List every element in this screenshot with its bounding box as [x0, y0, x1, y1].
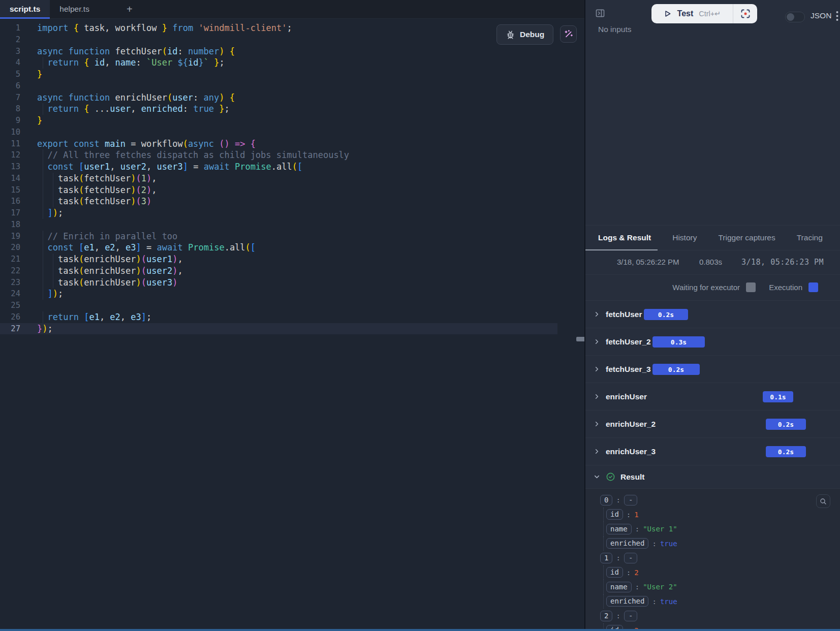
indent-guide [53, 173, 53, 184]
timeline-row-enrichUser_2[interactable]: enrichUser_20.2s [585, 411, 840, 438]
json-key-pill[interactable]: id [606, 567, 623, 578]
json-value: 1 [634, 511, 638, 519]
execution-bar[interactable]: 0.2s [766, 419, 806, 430]
chevron-down-icon[interactable] [593, 473, 601, 481]
timeline-row-enrichUser_3[interactable]: enrichUser_30.2s [585, 438, 840, 465]
timeline-row-fetchUser_2[interactable]: fetchUser_20.3s [585, 328, 840, 356]
tab-logs-result[interactable]: Logs & Result [598, 233, 651, 242]
code-line[interactable]: 7async function enrichUser(user: any) { [0, 92, 557, 104]
code-line[interactable]: 4 return { id, name: `User ${id}` }; [0, 57, 557, 69]
line-number: 24 [0, 288, 20, 300]
execution-bar[interactable]: 0.2s [644, 309, 688, 320]
test-watch-button[interactable] [733, 4, 757, 23]
indent-guide [53, 265, 53, 277]
ai-assistant-button[interactable] [560, 25, 577, 43]
code-line-content: const [e1, e2, e3] = await Promise.all([ [37, 242, 256, 254]
json-value: true [660, 597, 677, 606]
timeline-row-fetchUser[interactable]: fetchUser0.2s [585, 301, 840, 328]
no-inputs-label: No inputs [598, 25, 631, 34]
json-key-pill[interactable]: enriched [606, 596, 648, 607]
execution-bar[interactable]: 0.1s [763, 391, 793, 402]
json-key-pill[interactable]: id [606, 509, 623, 520]
code-line[interactable]: 22 task(enrichUser)(user2), [0, 265, 557, 277]
json-key-pill[interactable]: enriched [606, 538, 648, 549]
collapse-panel-icon[interactable] [595, 8, 605, 18]
chevron-right-icon[interactable] [593, 365, 601, 373]
editor-tab-script-ts[interactable]: script.ts [0, 0, 50, 18]
code-line[interactable]: 1import { task, workflow } from 'windmil… [0, 22, 557, 34]
code-line[interactable]: 18 [0, 219, 557, 231]
code-line-content: async function fetchUser(id: number) { [37, 46, 235, 57]
tab-history[interactable]: History [672, 233, 697, 242]
json-key-pill[interactable]: name [606, 582, 632, 592]
code-line[interactable]: 11export const main = workflow(async () … [0, 138, 557, 150]
code-line[interactable]: 5} [0, 69, 557, 80]
json-key-pill[interactable]: name [606, 524, 632, 534]
code-line[interactable]: 16 task(fetchUser)(3) [0, 196, 557, 207]
timeline-row-enrichUser[interactable]: enrichUser0.1s [585, 383, 840, 411]
code-line[interactable]: 14 task(fetchUser)(1), [0, 173, 557, 184]
chevron-right-icon[interactable] [593, 420, 601, 428]
chevron-right-icon[interactable] [593, 338, 601, 345]
line-number: 8 [0, 103, 20, 115]
execution-bar[interactable]: 0.3s [652, 336, 705, 348]
code-line[interactable]: 21 task(enrichUser)(user1), [0, 254, 557, 265]
code-line[interactable]: 6 [0, 80, 557, 92]
line-number: 1 [0, 22, 20, 34]
json-key-pill[interactable]: 1 [600, 553, 612, 563]
code-line[interactable]: 19 // Enrich in parallel too [0, 231, 557, 242]
json-colon: : [635, 583, 639, 591]
debug-button[interactable]: Debug [496, 24, 553, 45]
indent-guide [43, 231, 43, 242]
json-collapse-pill[interactable]: - [624, 553, 637, 563]
json-colon: : [627, 569, 631, 577]
code-line[interactable]: 24 ]); [0, 288, 557, 300]
json-key-pill[interactable]: 0 [600, 495, 612, 506]
json-collapse-pill[interactable]: - [624, 611, 637, 621]
json-row: id:3 [585, 623, 840, 629]
code-line[interactable]: 26 return [e1, e2, e3]; [0, 311, 557, 323]
result-header-row[interactable]: Result [585, 465, 840, 489]
code-line[interactable]: 10 [0, 127, 557, 138]
test-run-main[interactable]: Test Ctrl+↵ [651, 4, 733, 23]
line-number: 26 [0, 311, 20, 323]
code-line[interactable]: 27}); [0, 323, 557, 335]
timeline-row-fetchUser_3[interactable]: fetchUser_30.2s [585, 356, 840, 383]
code-line[interactable]: 20 const [e1, e2, e3] = await Promise.al… [0, 242, 557, 254]
new-tab-button[interactable]: + [120, 0, 139, 18]
tab-tracing[interactable]: Tracing [797, 233, 823, 242]
code-line[interactable]: 8 return { ...user, enriched: true }; [0, 103, 557, 115]
code-line[interactable]: 23 task(enrichUser)(user3) [0, 277, 557, 289]
line-number: 16 [0, 196, 20, 207]
json-toggle[interactable] [785, 12, 805, 22]
editor-tab-helper-ts[interactable]: helper.ts [50, 0, 99, 18]
json-colon: : [635, 525, 639, 533]
code-line[interactable]: 12 // All three fetches dispatch as chil… [0, 149, 557, 161]
json-key-pill[interactable]: 2 [600, 611, 612, 621]
tab-trigger-captures[interactable]: Trigger captures [718, 233, 775, 242]
code-line[interactable]: 3async function fetchUser(id: number) { [0, 46, 557, 57]
json-collapse-pill[interactable]: - [624, 495, 637, 506]
line-number: 3 [0, 46, 20, 57]
json-key-pill[interactable]: id [606, 625, 623, 629]
code-line-content: async function enrichUser(user: any) { [37, 92, 235, 104]
test-run-button[interactable]: Test Ctrl+↵ [651, 4, 757, 23]
indent-guide [53, 277, 53, 289]
kebab-menu-icon[interactable] [836, 11, 838, 21]
code-line[interactable]: 15 task(fetchUser)(2), [0, 184, 557, 196]
code-line[interactable]: 17 ]); [0, 207, 557, 219]
execution-bar[interactable]: 0.2s [652, 364, 700, 375]
code-line[interactable]: 9} [0, 115, 557, 127]
json-colon: : [652, 597, 656, 606]
chevron-right-icon[interactable] [593, 310, 601, 318]
execution-bar[interactable]: 0.2s [766, 446, 806, 457]
code-line[interactable]: 2 [0, 34, 557, 46]
code-line[interactable]: 25 [0, 300, 557, 311]
code-line[interactable]: 13 const [user1, user2, user3] = await P… [0, 161, 557, 173]
code-area[interactable]: 1import { task, workflow } from 'windmil… [0, 18, 584, 629]
chevron-right-icon[interactable] [593, 448, 601, 455]
json-row: id:1 [585, 508, 840, 522]
json-row: 0:- [585, 493, 840, 508]
chevron-right-icon[interactable] [593, 393, 601, 400]
code-line-content: import { task, workflow } from 'windmill… [37, 22, 292, 34]
